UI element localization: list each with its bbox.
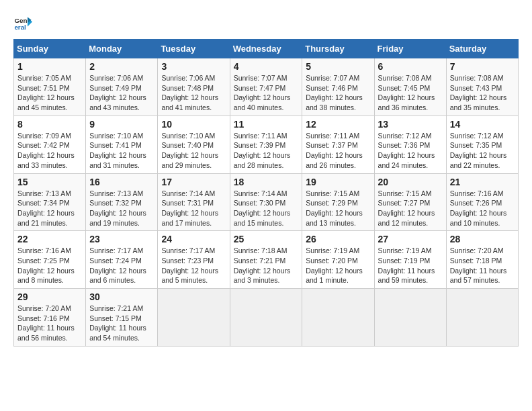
day-number: 4: [234, 61, 299, 72]
calendar-cell: 16Sunrise: 7:13 AM Sunset: 7:32 PM Dayli…: [86, 173, 158, 231]
day-number: 23: [89, 234, 154, 244]
day-number: 13: [378, 119, 443, 130]
day-number: 9: [89, 119, 154, 130]
calendar-cell: 23Sunrise: 7:17 AM Sunset: 7:24 PM Dayli…: [86, 231, 158, 289]
day-number: 25: [234, 234, 299, 244]
day-number: 22: [17, 234, 82, 244]
calendar-cell: 27Sunrise: 7:19 AM Sunset: 7:19 PM Dayli…: [374, 231, 446, 289]
calendar-cell: 25Sunrise: 7:18 AM Sunset: 7:21 PM Dayli…: [230, 231, 302, 289]
calendar-cell: 12Sunrise: 7:11 AM Sunset: 7:37 PM Dayli…: [302, 116, 374, 173]
header: Gen eral: [13, 13, 519, 32]
day-number: 6: [378, 61, 443, 72]
calendar-cell: 9Sunrise: 7:10 AM Sunset: 7:41 PM Daylig…: [86, 116, 158, 173]
day-detail: Sunrise: 7:12 AM Sunset: 7:36 PM Dayligh…: [378, 131, 443, 171]
day-detail: Sunrise: 7:14 AM Sunset: 7:30 PM Dayligh…: [234, 189, 299, 228]
day-number: 17: [161, 177, 226, 187]
day-detail: Sunrise: 7:16 AM Sunset: 7:25 PM Dayligh…: [17, 246, 82, 285]
logo-icon: Gen eral: [13, 13, 32, 32]
col-header-saturday: Saturday: [446, 40, 518, 58]
day-number: 14: [450, 119, 515, 130]
calendar-cell: 29Sunrise: 7:20 AM Sunset: 7:16 PM Dayli…: [14, 289, 86, 347]
day-detail: Sunrise: 7:19 AM Sunset: 7:20 PM Dayligh…: [306, 246, 370, 285]
day-detail: Sunrise: 7:06 AM Sunset: 7:49 PM Dayligh…: [89, 73, 154, 113]
day-number: 15: [17, 177, 82, 187]
day-number: 10: [161, 119, 226, 130]
calendar-cell: [374, 289, 446, 347]
calendar-cell: 13Sunrise: 7:12 AM Sunset: 7:36 PM Dayli…: [374, 116, 446, 173]
calendar-cell: 10Sunrise: 7:10 AM Sunset: 7:40 PM Dayli…: [158, 116, 230, 173]
day-number: 12: [306, 119, 370, 130]
calendar-cell: 1Sunrise: 7:05 AM Sunset: 7:51 PM Daylig…: [14, 58, 86, 116]
calendar-cell: [230, 289, 302, 347]
day-number: 2: [89, 61, 154, 72]
calendar-cell: 19Sunrise: 7:15 AM Sunset: 7:29 PM Dayli…: [302, 173, 374, 231]
calendar-cell: 30Sunrise: 7:21 AM Sunset: 7:15 PM Dayli…: [86, 289, 158, 347]
day-detail: Sunrise: 7:06 AM Sunset: 7:48 PM Dayligh…: [161, 73, 226, 113]
day-number: 7: [450, 61, 515, 72]
logo: Gen eral: [13, 13, 35, 32]
day-detail: Sunrise: 7:13 AM Sunset: 7:32 PM Dayligh…: [89, 189, 154, 228]
calendar-cell: 14Sunrise: 7:12 AM Sunset: 7:35 PM Dayli…: [446, 116, 518, 173]
header-row: SundayMondayTuesdayWednesdayThursdayFrid…: [14, 40, 519, 58]
col-header-tuesday: Tuesday: [158, 40, 230, 58]
col-header-friday: Friday: [374, 40, 446, 58]
day-number: 18: [234, 177, 299, 187]
calendar-cell: 4Sunrise: 7:07 AM Sunset: 7:47 PM Daylig…: [230, 58, 302, 116]
calendar-cell: [446, 289, 518, 347]
day-number: 19: [306, 177, 370, 187]
col-header-thursday: Thursday: [302, 40, 374, 58]
day-detail: Sunrise: 7:17 AM Sunset: 7:23 PM Dayligh…: [161, 246, 226, 285]
week-row-2: 8Sunrise: 7:09 AM Sunset: 7:42 PM Daylig…: [14, 116, 519, 173]
calendar-cell: 11Sunrise: 7:11 AM Sunset: 7:39 PM Dayli…: [230, 116, 302, 173]
week-row-4: 22Sunrise: 7:16 AM Sunset: 7:25 PM Dayli…: [14, 231, 519, 289]
day-number: 3: [161, 61, 226, 72]
week-row-1: 1Sunrise: 7:05 AM Sunset: 7:51 PM Daylig…: [14, 58, 519, 116]
calendar-cell: [302, 289, 374, 347]
day-detail: Sunrise: 7:21 AM Sunset: 7:15 PM Dayligh…: [89, 304, 154, 343]
day-detail: Sunrise: 7:20 AM Sunset: 7:16 PM Dayligh…: [17, 304, 82, 343]
week-row-3: 15Sunrise: 7:13 AM Sunset: 7:34 PM Dayli…: [14, 173, 519, 231]
calendar-cell: 2Sunrise: 7:06 AM Sunset: 7:49 PM Daylig…: [86, 58, 158, 116]
calendar-cell: 26Sunrise: 7:19 AM Sunset: 7:20 PM Dayli…: [302, 231, 374, 289]
day-detail: Sunrise: 7:05 AM Sunset: 7:51 PM Dayligh…: [17, 73, 82, 113]
calendar-cell: 17Sunrise: 7:14 AM Sunset: 7:31 PM Dayli…: [158, 173, 230, 231]
day-detail: Sunrise: 7:20 AM Sunset: 7:18 PM Dayligh…: [450, 246, 515, 285]
day-detail: Sunrise: 7:12 AM Sunset: 7:35 PM Dayligh…: [450, 131, 515, 171]
calendar-cell: [158, 289, 230, 347]
day-detail: Sunrise: 7:15 AM Sunset: 7:29 PM Dayligh…: [306, 189, 370, 228]
day-number: 5: [306, 61, 370, 72]
day-detail: Sunrise: 7:19 AM Sunset: 7:19 PM Dayligh…: [378, 246, 443, 285]
col-header-monday: Monday: [86, 40, 158, 58]
day-detail: Sunrise: 7:11 AM Sunset: 7:39 PM Dayligh…: [234, 131, 299, 171]
week-row-5: 29Sunrise: 7:20 AM Sunset: 7:16 PM Dayli…: [14, 289, 519, 347]
day-number: 11: [234, 119, 299, 130]
day-detail: Sunrise: 7:13 AM Sunset: 7:34 PM Dayligh…: [17, 189, 82, 228]
calendar-cell: 24Sunrise: 7:17 AM Sunset: 7:23 PM Dayli…: [158, 231, 230, 289]
day-detail: Sunrise: 7:08 AM Sunset: 7:45 PM Dayligh…: [378, 73, 443, 113]
day-number: 1: [17, 61, 82, 72]
day-detail: Sunrise: 7:08 AM Sunset: 7:43 PM Dayligh…: [450, 73, 515, 113]
day-number: 27: [378, 234, 443, 244]
day-detail: Sunrise: 7:07 AM Sunset: 7:46 PM Dayligh…: [306, 73, 370, 113]
day-number: 20: [378, 177, 443, 187]
day-detail: Sunrise: 7:09 AM Sunset: 7:42 PM Dayligh…: [17, 131, 82, 171]
calendar-cell: 7Sunrise: 7:08 AM Sunset: 7:43 PM Daylig…: [446, 58, 518, 116]
calendar-cell: 3Sunrise: 7:06 AM Sunset: 7:48 PM Daylig…: [158, 58, 230, 116]
day-detail: Sunrise: 7:10 AM Sunset: 7:41 PM Dayligh…: [89, 131, 154, 171]
calendar-cell: 21Sunrise: 7:16 AM Sunset: 7:26 PM Dayli…: [446, 173, 518, 231]
col-header-wednesday: Wednesday: [230, 40, 302, 58]
day-number: 30: [89, 291, 154, 302]
calendar-cell: 28Sunrise: 7:20 AM Sunset: 7:18 PM Dayli…: [446, 231, 518, 289]
day-number: 29: [17, 291, 82, 302]
day-detail: Sunrise: 7:11 AM Sunset: 7:37 PM Dayligh…: [306, 131, 370, 171]
calendar-cell: 5Sunrise: 7:07 AM Sunset: 7:46 PM Daylig…: [302, 58, 374, 116]
day-number: 8: [17, 119, 82, 130]
day-detail: Sunrise: 7:07 AM Sunset: 7:47 PM Dayligh…: [234, 73, 299, 113]
day-detail: Sunrise: 7:18 AM Sunset: 7:21 PM Dayligh…: [234, 246, 299, 285]
day-detail: Sunrise: 7:17 AM Sunset: 7:24 PM Dayligh…: [89, 246, 154, 285]
calendar-cell: 18Sunrise: 7:14 AM Sunset: 7:30 PM Dayli…: [230, 173, 302, 231]
svg-text:eral: eral: [14, 24, 26, 31]
day-number: 28: [450, 234, 515, 244]
day-detail: Sunrise: 7:10 AM Sunset: 7:40 PM Dayligh…: [161, 131, 226, 171]
calendar-table: SundayMondayTuesdayWednesdayThursdayFrid…: [13, 39, 519, 347]
